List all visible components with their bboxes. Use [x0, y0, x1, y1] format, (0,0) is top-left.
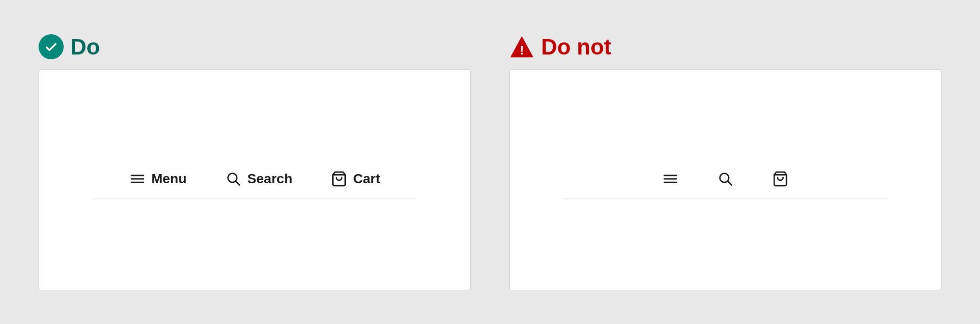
- do-menu-item: Menu: [129, 171, 187, 187]
- do-menu-label: Menu: [151, 171, 187, 187]
- do-title: Do: [70, 34, 100, 60]
- svg-line-12: [728, 181, 732, 185]
- svg-text:!: !: [520, 43, 524, 57]
- page-wrapper: Do Menu: [0, 0, 980, 324]
- do-not-nav-bar: [510, 161, 941, 197]
- search-icon: [225, 171, 242, 187]
- do-cart-item: Cart: [331, 171, 380, 187]
- cart-icon: [772, 171, 789, 187]
- do-checkmark-icon: [39, 34, 64, 59]
- do-nav-bar: Menu Search Car: [39, 161, 470, 197]
- do-panel-header: Do: [39, 34, 471, 60]
- do-search-label: Search: [247, 171, 292, 187]
- search-icon: [717, 171, 734, 187]
- do-not-panel: ! Do not: [490, 19, 961, 305]
- do-not-title: Do not: [541, 34, 612, 60]
- do-not-nav-divider: [564, 199, 887, 199]
- do-nav-divider: [93, 199, 417, 199]
- do-not-menu-item: [662, 171, 679, 187]
- do-panel: Do Menu: [19, 19, 490, 305]
- do-search-item: Search: [225, 171, 292, 187]
- menu-icon: [129, 171, 146, 187]
- do-not-preview-box: [509, 69, 941, 290]
- do-preview-box: Menu Search Car: [39, 69, 471, 290]
- svg-line-4: [236, 181, 240, 185]
- do-not-cart-item: [772, 171, 789, 187]
- do-not-warning-icon: !: [509, 34, 534, 59]
- do-cart-label: Cart: [353, 171, 380, 187]
- menu-icon: [662, 171, 679, 187]
- cart-icon: [331, 171, 347, 187]
- do-not-panel-header: ! Do not: [509, 34, 941, 60]
- do-not-search-item: [717, 171, 734, 187]
